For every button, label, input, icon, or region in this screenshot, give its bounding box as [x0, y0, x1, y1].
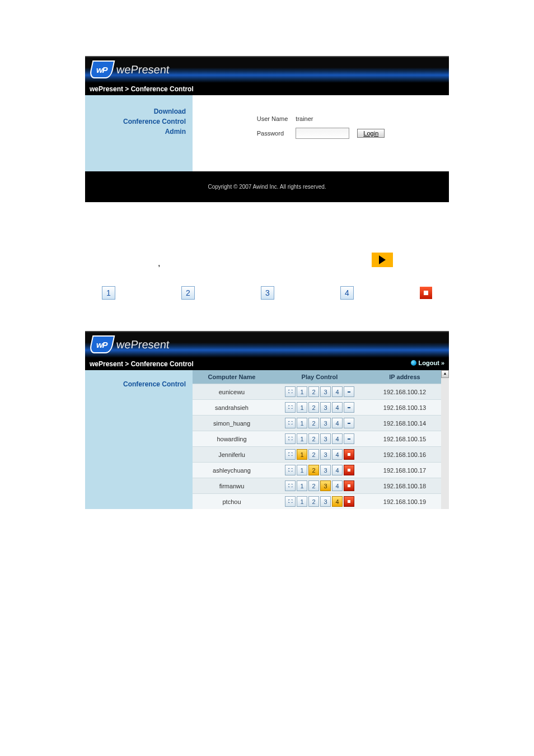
quadrant-3-button[interactable]: 3 [320, 449, 331, 460]
stop-button[interactable] [344, 386, 354, 397]
login-button[interactable]: Login [357, 129, 385, 138]
footer-copyright: Copyright © 2007 Awind Inc. All rights r… [85, 171, 449, 202]
fullscreen-button[interactable]: ⛶ [285, 465, 296, 475]
sidebar-item-download[interactable]: Download [85, 108, 186, 115]
brand-logo-2: wP wePresent [91, 335, 170, 353]
stop-button[interactable] [344, 465, 354, 475]
main-login-area: User Name trainer Password Login [193, 95, 449, 171]
cell-computer-name: ashleychuang [193, 465, 271, 476]
quadrant-3-button[interactable]: 3 [320, 465, 331, 475]
logout-link[interactable]: Logout » [411, 360, 444, 366]
sidebar: Download Conference Control Admin [85, 95, 193, 171]
cell-computer-name: sandrahsieh [193, 402, 271, 413]
quadrant-4-icon: 4 [340, 286, 354, 300]
sidebar-item-admin[interactable]: Admin [85, 128, 186, 136]
cell-play-control: ⛶1234 [271, 478, 368, 493]
quadrant-1-button[interactable]: 1 [297, 449, 307, 460]
quadrant-4-button[interactable]: 4 [332, 433, 343, 444]
cell-computer-name: eunicewu [193, 386, 271, 398]
cell-ip: 192.168.100.14 [368, 418, 441, 429]
login-form: User Name trainer Password Login [252, 112, 390, 143]
scrollbar[interactable]: ▴ [441, 370, 449, 509]
stop-button[interactable] [344, 449, 354, 460]
cell-play-control: ⛶1234 [271, 447, 368, 462]
quadrant-4-button[interactable]: 4 [332, 480, 343, 491]
fullscreen-button[interactable]: ⛶ [285, 480, 296, 491]
login-panel: wP wePresent wePresent > Conference Cont… [85, 56, 449, 202]
sidebar-item-conference[interactable]: Conference Control [85, 118, 186, 125]
username-label: User Name [254, 113, 292, 124]
app-header-2: wP wePresent [85, 331, 449, 358]
cell-play-control: ⛶1234 [271, 400, 368, 415]
quadrant-1-button[interactable]: 1 [297, 418, 307, 428]
brand-name-2: wePresent [116, 338, 170, 351]
scroll-up-icon[interactable]: ▴ [441, 370, 449, 378]
quadrant-3-button[interactable]: 3 [320, 402, 331, 413]
cell-computer-name: howardling [193, 433, 271, 445]
quadrant-3-button[interactable]: 3 [320, 496, 331, 507]
fullscreen-button[interactable]: ⛶ [285, 449, 296, 460]
cell-ip: 192.168.100.16 [368, 449, 441, 460]
quadrant-1-button[interactable]: 1 [297, 465, 307, 475]
quadrant-2-button[interactable]: 2 [308, 386, 319, 397]
quadrant-1-button[interactable]: 1 [297, 402, 307, 413]
quadrant-3-button[interactable]: 3 [320, 480, 331, 491]
app-header: wP wePresent [85, 56, 449, 83]
brand-name: wePresent [116, 63, 170, 76]
quadrant-1-button[interactable]: 1 [297, 496, 307, 507]
cell-play-control: ⛶1234 [271, 416, 368, 431]
quadrant-1-button[interactable]: 1 [297, 433, 307, 444]
breadcrumb-2: wePresent > Conference Control Logout » [85, 358, 449, 370]
brand-logo: wP wePresent [91, 60, 170, 78]
cell-computer-name: Jenniferlu [193, 449, 271, 460]
quadrant-2-button[interactable]: 2 [308, 465, 319, 475]
th-computer-name: Computer Name [193, 370, 271, 384]
stop-button[interactable] [344, 496, 354, 507]
logo-badge-icon: wP [89, 60, 115, 78]
quadrant-2-button[interactable]: 2 [308, 480, 319, 491]
sidebar-2: Conference Control [85, 370, 193, 509]
table-row: simon_huang⛶1234192.168.100.14 [193, 415, 441, 431]
fullscreen-button[interactable]: ⛶ [285, 433, 296, 444]
cell-computer-name: simon_huang [193, 418, 271, 429]
quadrant-3-button[interactable]: 3 [320, 433, 331, 444]
comma-text: , [158, 258, 160, 268]
legend-row: , 1 2 3 4 [85, 253, 449, 314]
table-row: howardling⛶1234192.168.100.15 [193, 431, 441, 446]
quadrant-1-icon: 1 [102, 286, 115, 300]
quadrant-2-button[interactable]: 2 [308, 433, 319, 444]
fullscreen-button[interactable]: ⛶ [285, 418, 296, 428]
cell-play-control: ⛶1234 [271, 463, 368, 478]
table-row: sandrahsieh⛶1234192.168.100.13 [193, 399, 441, 415]
quadrant-1-button[interactable]: 1 [297, 386, 307, 397]
quadrant-4-button[interactable]: 4 [332, 496, 343, 507]
table-panel: wP wePresent wePresent > Conference Cont… [85, 331, 449, 509]
quadrant-1-button[interactable]: 1 [297, 480, 307, 491]
stop-button[interactable] [344, 480, 354, 491]
th-play-control: Play Control [271, 370, 368, 384]
logo-badge-icon-2: wP [89, 335, 115, 353]
quadrant-4-button[interactable]: 4 [332, 418, 343, 428]
quadrant-4-button[interactable]: 4 [332, 386, 343, 397]
stop-button[interactable] [344, 418, 354, 428]
quadrant-4-button[interactable]: 4 [332, 465, 343, 475]
fullscreen-button[interactable]: ⛶ [285, 402, 296, 413]
stop-button[interactable] [344, 402, 354, 413]
quadrant-3-button[interactable]: 3 [320, 386, 331, 397]
logout-icon [411, 360, 416, 366]
fullscreen-button[interactable]: ⛶ [285, 496, 296, 507]
sidebar-item-conference-2[interactable]: Conference Control [85, 380, 186, 388]
quadrant-2-button[interactable]: 2 [308, 402, 319, 413]
quadrant-3-button[interactable]: 3 [320, 418, 331, 428]
quadrant-4-button[interactable]: 4 [332, 402, 343, 413]
quadrant-2-button[interactable]: 2 [308, 496, 319, 507]
quadrant-4-button[interactable]: 4 [332, 449, 343, 460]
username-value: trainer [296, 115, 313, 122]
password-field[interactable] [296, 128, 349, 139]
cell-computer-name: firmanwu [193, 480, 271, 492]
fullscreen-button[interactable]: ⛶ [285, 386, 296, 397]
stop-button[interactable] [344, 433, 354, 444]
quadrant-2-button[interactable]: 2 [308, 449, 319, 460]
quadrant-2-button[interactable]: 2 [308, 418, 319, 428]
cell-ip: 192.168.100.19 [368, 496, 441, 507]
